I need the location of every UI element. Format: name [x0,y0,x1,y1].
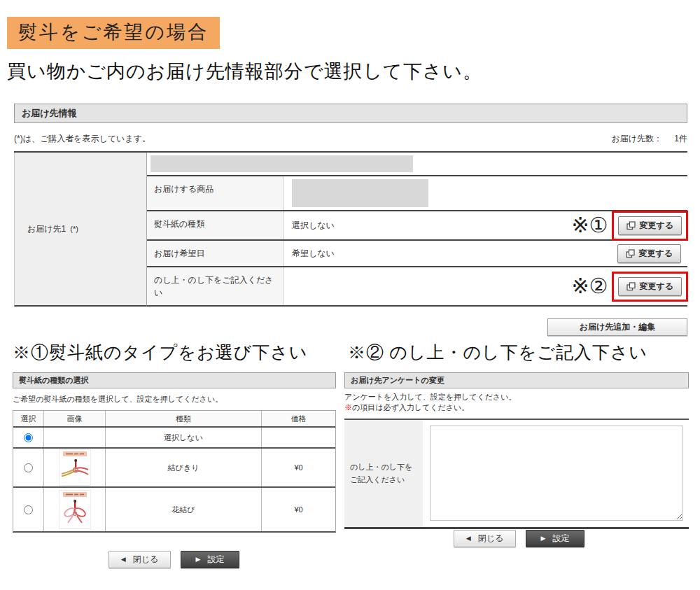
arrow-left-icon: ◀ [466,535,471,542]
recipient-cell: お届け先1 (*) [14,153,147,307]
delivery-date-value: 希望しない [292,248,335,260]
survey-description-2: ※の項目は必ず入力してください。 [344,402,469,413]
arrow-right-icon: ▶ [541,535,546,542]
delivery-table-rows: お届けする商品 熨斗紙の種類 選択しない ※① 変更する [147,153,687,307]
noshi-price [262,428,335,447]
page-title: 熨斗をご希望の場合 [7,17,220,49]
recipient-label: お届け先1 [27,223,66,235]
change-noshi-type-button[interactable]: 変更する [618,216,682,235]
survey-panel-header: お届け先アンケートの変更 [344,372,689,388]
column-header-price: 価格 [262,411,335,426]
noshi-type-row-value: 選択しない ※① 変更する [284,211,687,239]
noshi-selection-table: 選択 画像 種類 価格 選択しない [13,410,336,533]
recipient-count: お届け先数： 1件 [611,133,687,145]
table-row: お届け希望日 希望しない 変更する [147,241,687,267]
noshi-section-heading: ※①熨斗紙のタイプをお選び下さい [13,341,307,364]
noshi-radio-none[interactable] [24,433,33,442]
delivery-date-row-label: お届け希望日 [147,241,284,266]
noshi-type-name: 花結び [106,488,262,531]
delivery-date-row-value: 希望しない 変更する [284,241,687,266]
noshi-naming-row-value: ※② 変更する [284,267,687,305]
noshi-radio-musubikiri[interactable] [24,463,33,472]
noshi-price: ¥0 [262,488,335,531]
noshi-set-button[interactable]: ▶ 設定 [181,551,239,568]
delivery-table: お届け先1 (*) お届けする商品 熨斗紙の種類 選択しない ※① [14,151,687,307]
page: 熨斗をご希望の場合 買い物かご内のお届け先情報部分で選択して下さい。 お届け先情… [0,0,700,590]
required-mark: ※ [344,403,352,412]
address-row [147,153,687,176]
noshi-hanamusubi-image [59,490,91,529]
naming-textarea[interactable] [430,426,683,521]
noshi-type-row-label: 熨斗紙の種類 [147,211,284,239]
arrow-right-icon: ▶ [196,556,201,563]
recipient-count-label: お届け先数： [611,133,662,145]
survey-section-heading: ※② のし上・のし下をご記入下さい [348,341,648,364]
survey-close-button[interactable]: ◀ 閉じる [454,530,516,547]
add-edit-recipient-button[interactable]: お届け先追加・編集 [547,318,687,336]
delivery-info-header: お届け先情報 [14,104,687,123]
table-row: 結びきり ¥0 [13,449,335,488]
table-row: 花結び ¥0 [13,488,335,531]
annotation-mark-2: ※② [571,276,608,297]
noshi-type-value: 選択しない [292,220,335,232]
noshi-table-header-row: 選択 画像 種類 価格 [13,411,335,428]
noshi-panel-description: ご希望の熨斗紙の種類を選択して、設定を押してください。 [13,394,223,405]
noshi-radio-hanamusubi[interactable] [24,505,33,514]
change-delivery-date-button[interactable]: 変更する [617,244,681,263]
change-noshi-naming-button[interactable]: 変更する [618,277,682,296]
page-subtitle: 買い物かご内のお届け先情報部分で選択して下さい。 [7,59,482,84]
window-change-icon [626,249,635,258]
purchaser-note: (*)は、ご購入者を表示しています。 [14,133,150,145]
column-header-type: 種類 [106,411,262,426]
annotation-mark-1: ※① [571,215,608,236]
noshi-price: ¥0 [262,449,335,486]
arrow-left-icon: ◀ [121,556,126,563]
delivery-note-row: (*)は、ご購入者を表示しています。 お届け先数： 1件 [14,133,687,145]
noshi-musubikiri-image [59,449,91,486]
noshi-dialog-buttons: ◀ 閉じる ▶ 設定 [108,551,239,568]
survey-dialog-buttons: ◀ 閉じる ▶ 設定 [454,530,584,547]
noshi-close-button[interactable]: ◀ 閉じる [108,551,171,568]
recipient-count-value: 1件 [674,133,687,145]
column-header-select: 選択 [13,411,44,426]
table-row: のし上・のし下をご記入ください ※② 変更する [147,267,687,307]
table-row: 選択しない [13,428,335,449]
survey-description-1: アンケートを入力して、設定を押してください。 [344,392,517,402]
noshi-naming-row-label: のし上・のし下をご記入ください [147,267,284,305]
survey-table: のし上・のし下をご記入ください [344,419,689,529]
table-row: お届けする商品 [147,176,687,211]
naming-field-cell [423,420,689,527]
noshi-type-name: 結びきり [106,449,262,486]
window-change-icon [626,282,636,291]
noshi-type-name: 選択しない [106,428,262,447]
column-header-image: 画像 [44,411,106,426]
redacted-product [292,179,428,207]
noshi-image-cell-empty [44,428,106,447]
naming-field-label: のし上・のし下をご記入ください [344,420,423,527]
window-change-icon [626,221,636,230]
table-row: 熨斗紙の種類 選択しない ※① 変更する [147,211,687,241]
red-highlight-box-2: 変更する [612,272,688,302]
noshi-panel-header: 熨斗紙の種類の選択 [13,372,336,388]
redacted-address [150,155,413,172]
product-row-label: お届けする商品 [147,176,284,210]
recipient-purchaser-mark: (*) [70,225,78,233]
product-row-value [284,176,687,210]
red-highlight-box-1: 変更する [612,211,688,241]
survey-set-button[interactable]: ▶ 設定 [526,530,584,547]
